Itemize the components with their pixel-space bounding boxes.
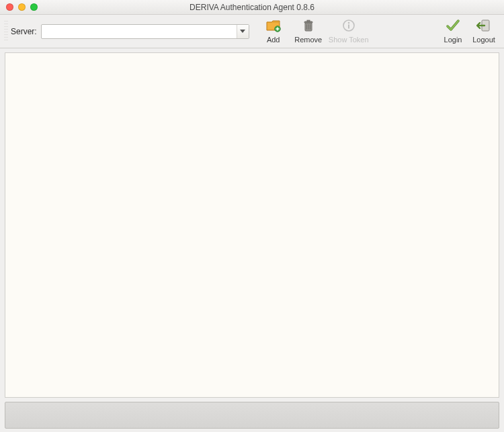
toolbar-group-auth-actions: Login Logout [438,16,500,47]
content-area [5,52,499,398]
minimize-window-button[interactable] [18,3,26,11]
content-wrap [0,48,504,398]
status-wrap [0,398,504,432]
login-button[interactable]: Login [438,16,468,47]
logout-button-label: Logout [472,36,495,44]
checkmark-icon [446,19,460,34]
titlebar: DERIVA Authentication Agent 0.8.6 [0,0,504,15]
svg-rect-6 [348,25,349,29]
server-input[interactable] [42,25,237,38]
server-combobox[interactable] [41,24,249,39]
logout-button[interactable]: Logout [468,16,500,47]
svg-point-5 [347,22,349,24]
chevron-down-icon [240,30,245,34]
status-bar [5,402,499,429]
info-icon [342,19,355,34]
window-title: DERIVA Authentication Agent 0.8.6 [0,3,504,12]
svg-rect-3 [307,20,310,21]
window-controls [0,3,38,11]
show-token-button: Show Token [326,16,372,47]
server-dropdown-button[interactable] [237,25,249,38]
close-window-button[interactable] [6,3,13,11]
remove-button-label: Remove [294,36,322,44]
folder-add-icon [266,19,281,34]
show-token-button-label: Show Token [329,36,369,44]
add-button-label: Add [267,36,280,44]
toolbar-grip [4,21,8,42]
logout-icon [476,19,491,34]
remove-button[interactable]: Remove [291,16,326,47]
server-label: Server: [11,27,37,36]
login-button-label: Login [444,36,462,44]
trash-icon [302,19,315,34]
toolbar: Server: Add [0,15,504,48]
add-button[interactable]: Add [256,16,291,47]
toolbar-group-server-actions: Add Remove Show Token [256,16,372,47]
zoom-window-button[interactable] [30,3,38,11]
